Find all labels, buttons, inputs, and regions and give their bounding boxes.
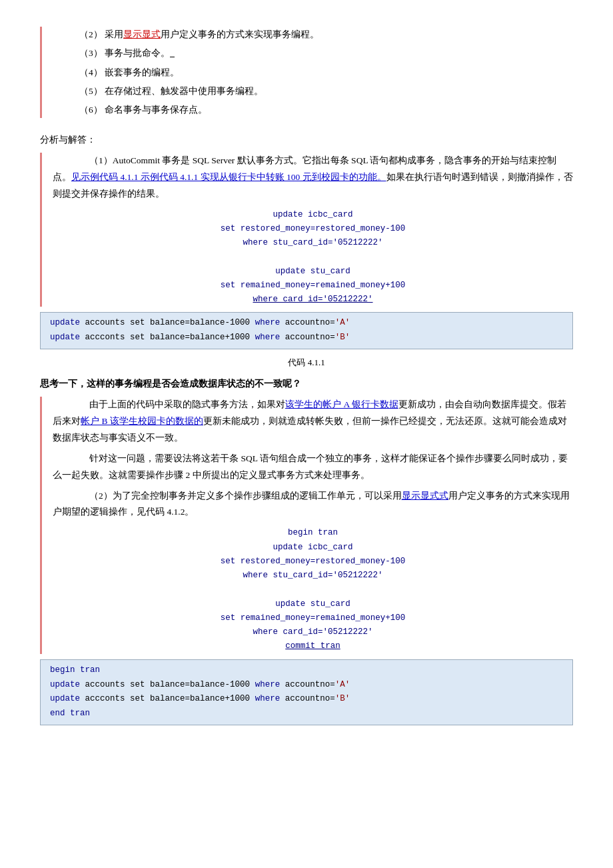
paragraph-4: （2）为了完全控制事务并定义多个操作步骤组成的逻辑工作单元，可以采用显示显式式用… bbox=[53, 488, 573, 521]
bold-question: 思考一下，这样的事务编程是否会造成数据库状态的不一致呢？ bbox=[40, 375, 573, 392]
analysis-title: 分析与解答： bbox=[40, 131, 573, 148]
paragraph-1: （1）AutoCommit 事务是 SQL Server 默认事务方式。它指出每… bbox=[53, 153, 573, 203]
link-display[interactable]: 显示显式 bbox=[123, 29, 161, 39]
list-num: （4） bbox=[79, 67, 103, 77]
link-example-4-1-1[interactable]: 见示例代码 4.1.1 示例代码 4.1.1 实现从银行卡中转账 100 元到校… bbox=[71, 172, 386, 182]
paragraph-3: 针对这一问题，需要设法将这若干条 SQL 语句组合成一个独立的事务，这样才能保证… bbox=[53, 451, 573, 484]
list-item-2: （2） 采用显示显式用户定义事务的方式来实现事务编程。 bbox=[79, 27, 573, 43]
code-caption-1: 代码 4.1.1 bbox=[40, 355, 573, 370]
list-item-6: （6） 命名事务与事务保存点。 bbox=[79, 102, 573, 118]
link-display-2[interactable]: 显示显式式 bbox=[402, 491, 448, 501]
link-student-account-a[interactable]: 该学生的帐户 A 银行卡数据 bbox=[285, 399, 398, 409]
paragraph-2: 由于上面的代码中采取的隐式事务方法，如果对该学生的帐户 A 银行卡数据更新成功，… bbox=[53, 397, 573, 447]
list-num: （5） bbox=[79, 86, 103, 96]
code-block-2: begin tran update icbc_card set restored… bbox=[53, 526, 573, 653]
code-block-1: update icbc_card set restored_money=rest… bbox=[53, 208, 573, 307]
list-num: （3） bbox=[79, 48, 103, 58]
list-num: （2） bbox=[79, 29, 103, 39]
highlighted-code-block-1: update accounts set balance=balance-1000… bbox=[40, 312, 573, 349]
list-item-4: （4） 嵌套事务的编程。 bbox=[79, 65, 573, 81]
highlighted-code-block-2: begin tran update accounts set balance=b… bbox=[40, 659, 573, 726]
analysis-section: 分析与解答： （1）AutoCommit 事务是 SQL Server 默认事务… bbox=[40, 131, 573, 725]
list-item-5: （5） 在存储过程、触发器中使用事务编程。 bbox=[79, 83, 573, 99]
numbered-list: （2） 采用显示显式用户定义事务的方式来实现事务编程。 （3） 事务与批命令。_… bbox=[53, 27, 573, 118]
list-item-3: （3） 事务与批命令。_ bbox=[79, 45, 573, 61]
link-student-card-b[interactable]: 帐户 B 该学生校园卡的数据的 bbox=[81, 416, 203, 426]
page-content: （2） 采用显示显式用户定义事务的方式来实现事务编程。 （3） 事务与批命令。_… bbox=[40, 27, 573, 725]
list-num: （6） bbox=[79, 105, 103, 115]
